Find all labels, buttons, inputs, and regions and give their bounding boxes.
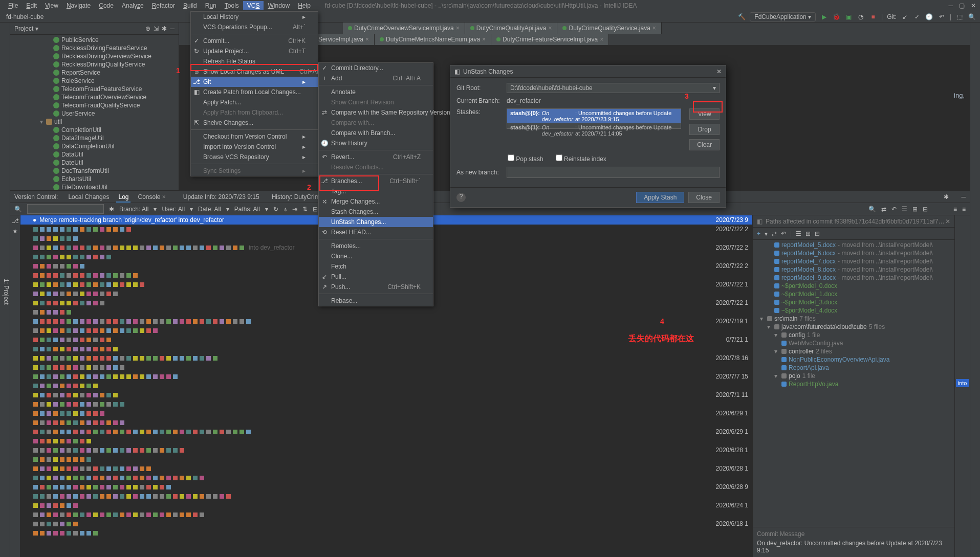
menu-item[interactable]: 🕘Show History — [319, 138, 433, 148]
menu-item[interactable]: ✓Commit Directory... — [319, 63, 433, 73]
menu-item[interactable]: ⎇Branches...Ctrl+Shift+` — [319, 176, 433, 186]
next-change-icon[interactable]: ≡ — [962, 206, 966, 213]
structure-icon[interactable]: ⬚ — [955, 13, 964, 21]
star-icon[interactable]: ★ — [10, 228, 20, 235]
log-commit-row[interactable]: 2020/6/24 1 — [20, 501, 752, 510]
changed-file[interactable]: ~$portModel_3.docx — [753, 298, 954, 306]
menu-item[interactable]: Import into Version Control▸ — [191, 142, 318, 152]
git-commit-icon[interactable]: ✓ — [913, 13, 921, 21]
tree-item[interactable]: EchartsUtil — [10, 175, 179, 183]
menu-edit[interactable]: Edit — [22, 1, 41, 10]
menu-navigate[interactable]: Navigate — [62, 1, 95, 10]
tree-item[interactable]: TelecomFraudFeatureService — [10, 85, 179, 93]
menu-item[interactable]: Refresh File Status — [191, 56, 318, 66]
menu-item[interactable]: UnStash Changes... — [319, 217, 433, 227]
show-diff-icon[interactable]: ⇄ — [881, 206, 886, 213]
hide-icon[interactable]: ─ — [170, 25, 175, 32]
log-commit-row[interactable]: 2020/7/19 1 — [20, 317, 752, 326]
collapse-icon[interactable]: ⇲ — [154, 25, 159, 32]
collapse-icon[interactable]: ⊟ — [815, 230, 820, 237]
pop-stash-checkbox[interactable]: Pop stash — [508, 154, 543, 163]
branch-icon[interactable]: ⎇ — [10, 217, 20, 225]
group-icon[interactable]: ☰ — [902, 206, 907, 213]
close-button[interactable]: Close — [688, 192, 720, 203]
log-commit-row[interactable]: 2020/6/28 9 — [20, 482, 752, 492]
log-commit-row[interactable]: 2020/6/29 1 — [20, 427, 752, 436]
update-info-tab[interactable]: Update Info: 2020/7/23 9:15 — [181, 192, 262, 202]
menu-item[interactable]: Clone... — [319, 251, 433, 261]
changed-file[interactable]: ~$portModel_1.docx — [753, 290, 954, 298]
vc-tab-console[interactable]: Console × — [136, 192, 167, 202]
changed-file[interactable]: WebMvcConfig.java — [753, 339, 954, 347]
project-view-selector[interactable]: Project — [14, 25, 33, 32]
tree-item[interactable]: RecklessDrivingOverviewService — [10, 52, 179, 60]
tree-item[interactable]: RecklessDrivingFeatureService — [10, 44, 179, 52]
menu-build[interactable]: Build — [179, 1, 201, 10]
menu-item[interactable]: ⤮Merge Changes... — [319, 196, 433, 207]
build-icon[interactable]: 🔨 — [737, 13, 746, 21]
close-icon[interactable]: ✕ — [945, 218, 950, 225]
menu-item[interactable]: ↶Revert...Ctrl+Alt+Z — [319, 152, 433, 162]
tree-item[interactable]: ▾util — [10, 118, 179, 126]
goto-badge[interactable]: into — [956, 379, 969, 387]
changes-tree[interactable]: reportModel_5.docx - moved from ..\insta… — [753, 240, 954, 527]
debug-icon[interactable]: 🐞 — [832, 13, 840, 21]
tree-item[interactable]: TelecomFraudQualityService — [10, 101, 179, 109]
changed-folder[interactable]: ▾controller 2 files — [753, 347, 954, 355]
coverage-icon[interactable]: ▣ — [844, 13, 853, 21]
git-root-combo[interactable]: D:\fdcode\hubei\fd-hubei-cube▾ — [507, 83, 720, 93]
project-tool-button[interactable]: 1: Project — [3, 279, 10, 305]
dialog-close-icon[interactable]: ✕ — [716, 68, 722, 75]
menu-item[interactable]: ◧Create Patch from Local Changes... — [191, 87, 318, 97]
changed-folder[interactable]: ▾java\com\futuredata\cloud\cube 5 files — [753, 323, 954, 331]
maximize-icon[interactable]: ▢ — [959, 2, 965, 9]
gear-icon[interactable]: ✱ — [944, 193, 949, 200]
menu-item[interactable]: ⇄Compare with the Same Repository Versio… — [319, 107, 433, 118]
menu-item[interactable]: Rebase... — [319, 296, 433, 306]
vc-tab-local-changes[interactable]: Local Changes — [66, 192, 111, 202]
profile-icon[interactable]: ◔ — [857, 13, 865, 21]
tree-item[interactable]: DocTransformUtil — [10, 167, 179, 175]
log-commit-row[interactable]: 2020/7/7 15 — [20, 372, 752, 381]
changed-file[interactable]: ReportApi.java — [753, 364, 954, 372]
menu-item[interactable]: +AddCtrl+Alt+A — [319, 73, 433, 83]
tree-item[interactable]: UserService — [10, 109, 179, 118]
stash-item[interactable]: stash@{0}: On dev_refactor: Uncommitted … — [507, 109, 681, 123]
drop-button[interactable]: Drop — [689, 124, 720, 135]
menu-item[interactable]: ✓Commit...Ctrl+K — [191, 36, 318, 46]
hide-icon[interactable]: ─ — [961, 193, 966, 200]
log-commit-row[interactable]: 2020/7/8 16 — [20, 353, 752, 363]
menu-window[interactable]: Window — [264, 1, 294, 10]
run-icon[interactable]: ▶ — [820, 13, 828, 21]
tree-item[interactable]: TelecomFraudOverviewService — [10, 93, 179, 101]
menu-item[interactable]: Stash Changes... — [319, 207, 433, 217]
close-icon[interactable]: ✕ — [971, 2, 976, 9]
run-config-selector[interactable]: FdCubeApplication ▾ — [750, 12, 816, 21]
changed-file[interactable]: NonPublicEconomyOverviewApi.java — [753, 355, 954, 364]
git-submenu-popup[interactable]: ✓Commit Directory...+AddCtrl+Alt+AAnnota… — [318, 62, 433, 306]
tree-item[interactable]: RoleService — [10, 77, 179, 85]
changed-folder[interactable]: ▾config 1 file — [753, 331, 954, 339]
changed-file[interactable]: reportModel_5.docx - moved from ..\insta… — [753, 241, 954, 249]
tree-item[interactable]: DataUtil — [10, 150, 179, 159]
tree-item[interactable]: CompletionUtil — [10, 126, 179, 134]
changed-file[interactable]: ~$portModel_4.docx — [753, 306, 954, 315]
collapse-icon[interactable]: ⊟ — [313, 206, 318, 213]
add-icon[interactable]: + — [757, 230, 760, 237]
log-search-input[interactable] — [27, 204, 104, 214]
tree-item[interactable]: DateUtil — [10, 159, 179, 167]
stop-icon[interactable]: ■ — [869, 13, 877, 21]
menu-item[interactable]: ↗Push...Ctrl+Shift+K — [319, 282, 433, 292]
clear-button[interactable]: Clear — [689, 139, 720, 150]
chevron-down-icon[interactable]: ▾ — [713, 84, 716, 92]
stash-list[interactable]: stash@{0}: On dev_refactor: Uncommitted … — [507, 108, 681, 129]
intellisort-icon[interactable]: ⇅ — [302, 206, 308, 213]
dropdown-icon[interactable]: ▾ — [35, 25, 38, 32]
git-revert-icon[interactable]: ↶ — [938, 13, 946, 21]
menu-item[interactable]: ⎇Git▸ — [191, 77, 318, 87]
menu-item[interactable]: Apply Patch... — [191, 97, 318, 107]
tree-item[interactable]: DataCompletionUtil — [10, 142, 179, 150]
menu-tools[interactable]: Tools — [221, 1, 243, 10]
changed-file[interactable]: reportModel_9.docx - moved from ..\insta… — [753, 274, 954, 282]
log-commit-row[interactable]: 2020/6/29 1 — [20, 409, 752, 418]
